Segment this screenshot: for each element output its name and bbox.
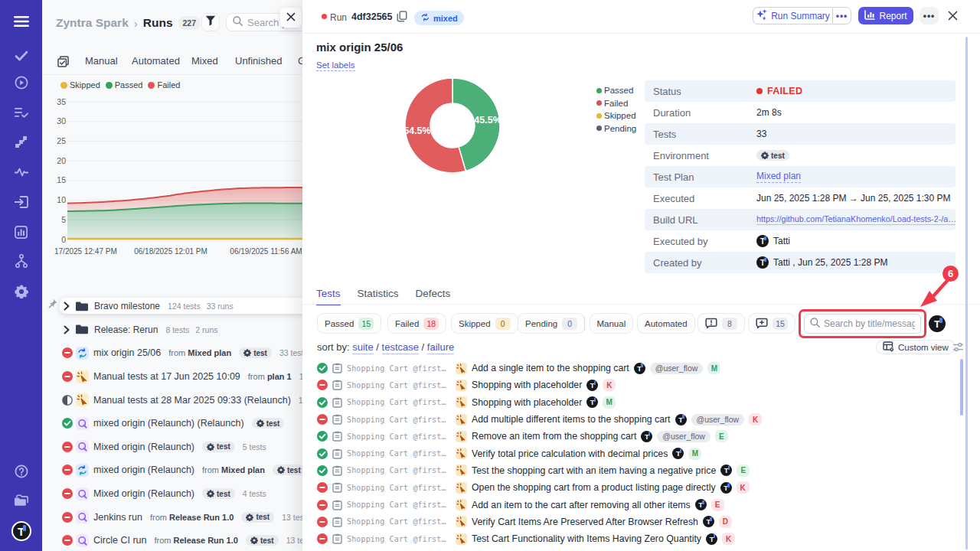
- sidebar-user-avatar[interactable]: T: [0, 516, 42, 546]
- runs-tab-automated[interactable]: Automated: [132, 55, 180, 67]
- test-row[interactable]: Shopping Cart @first…Add multiple differ…: [317, 411, 762, 428]
- run-row-title[interactable]: mixed origin (Relaunch): [93, 465, 194, 475]
- test-title[interactable]: Test the shopping cart with an item havi…: [472, 465, 716, 476]
- nav-steps-button[interactable]: [0, 127, 42, 158]
- build-url-link[interactable]: https://github.com/TetianaKhomenko/Load-…: [756, 214, 956, 225]
- run-row-title[interactable]: mix origin 25/06: [93, 347, 161, 358]
- runs-tab-mixed[interactable]: Mixed: [191, 55, 218, 67]
- test-plan-link[interactable]: Mixed plan: [756, 171, 801, 183]
- nav-list-check-button[interactable]: [0, 97, 42, 128]
- sort-link-suite[interactable]: suite: [352, 341, 373, 354]
- sort-link-testcase[interactable]: testcase: [382, 341, 419, 354]
- detail-row-build-url: Build URLhttps://github.com/TetianaKhome…: [645, 209, 956, 230]
- nav-pulse-button[interactable]: [0, 157, 42, 187]
- run-row-title[interactable]: Jenkins run: [93, 512, 142, 523]
- test-title[interactable]: Test Cart Functionality with Items Havin…: [472, 533, 701, 544]
- test-title[interactable]: Shopping with placeholder: [472, 380, 582, 390]
- report-button[interactable]: Report: [858, 7, 913, 24]
- test-title[interactable]: Open the shopping cart from a product li…: [472, 482, 716, 493]
- filter-chip-comment-plus[interactable]: 15: [748, 313, 795, 334]
- test-row[interactable]: Shopping Cart @first…Open the shopping c…: [317, 479, 750, 496]
- donut-legend-passed[interactable]: Passed: [596, 86, 636, 95]
- run-row-title[interactable]: Manual tests at 28 Mar 2025 09:33 (Relau…: [93, 395, 291, 406]
- donut-legend-pending[interactable]: Pending: [596, 124, 636, 133]
- filter-chip-failed[interactable]: Failed18: [387, 313, 446, 334]
- tests-scrollbar-thumb[interactable]: [960, 359, 963, 416]
- tabs-divider: [302, 304, 980, 305]
- filter-chip-comment-exclamation[interactable]: 8: [697, 313, 745, 334]
- nav-help-circle-button[interactable]: [0, 456, 42, 487]
- test-status-failed-icon: [317, 380, 328, 390]
- select-all-icon[interactable]: [57, 56, 69, 70]
- test-row[interactable]: Shopping Cart @first…Test Cart Functiona…: [317, 530, 735, 547]
- expand-chevron-icon[interactable]: [64, 325, 70, 334]
- run-row-title[interactable]: Mixed origin (Relaunch): [93, 488, 194, 499]
- test-row[interactable]: Shopping Cart @first…Shopping with place…: [317, 394, 616, 411]
- custom-view-button[interactable]: Custom view: [876, 340, 956, 354]
- test-row[interactable]: Shopping Cart @first…Add a single item t…: [317, 360, 720, 377]
- filter-button[interactable]: [201, 13, 220, 31]
- test-title[interactable]: Verify Cart Items Are Preserved After Br…: [472, 517, 698, 527]
- run-row-title[interactable]: mixed origin (Relaunch) (Relaunch): [93, 418, 244, 429]
- run-id: 4df32565: [351, 11, 393, 22]
- test-title[interactable]: Add multiple different items to the shop…: [472, 414, 671, 425]
- filters-divider: [584, 317, 585, 331]
- nav-login-box-button[interactable]: [0, 187, 42, 217]
- test-title[interactable]: Verify total price calculation with deci…: [472, 448, 668, 459]
- nav-checkmark-button[interactable]: [0, 41, 42, 71]
- nav-bar-chart-button[interactable]: [0, 217, 42, 247]
- run-summary-button[interactable]: Run Summary: [753, 7, 832, 24]
- nav-git-branch-button[interactable]: [0, 246, 42, 276]
- nav-play-circle-button[interactable]: [0, 67, 42, 98]
- donut-legend-failed[interactable]: Failed: [596, 99, 636, 108]
- test-title[interactable]: Add an item to the cart after removing a…: [472, 500, 691, 510]
- filter-chip-automated[interactable]: Automated: [637, 313, 695, 334]
- drawer-close-icon[interactable]: [948, 10, 958, 24]
- filter-chip-manual[interactable]: Manual: [590, 313, 634, 334]
- legend-dot: [596, 88, 602, 93]
- breadcrumb-app[interactable]: Zyntra Spark: [56, 16, 129, 30]
- donut-legend-skipped[interactable]: Skipped: [596, 111, 636, 120]
- filter-chip-passed[interactable]: Passed15: [317, 313, 381, 334]
- sliders-icon[interactable]: [952, 341, 964, 355]
- test-row[interactable]: Shopping Cart @first…Test the shopping c…: [317, 462, 750, 479]
- run-type-automated-icon: [76, 510, 89, 523]
- test-letter-badge: M: [688, 448, 701, 460]
- copy-icon[interactable]: [397, 11, 407, 25]
- run-row-title[interactable]: Manual tests at 17 Jun 2025 10:09: [93, 371, 240, 382]
- more-actions-button[interactable]: •••: [920, 7, 939, 24]
- run-status-dot: [322, 14, 327, 19]
- filter-chip-pending[interactable]: Pending0: [518, 313, 585, 334]
- run-row-title[interactable]: Mixed origin (Relaunch): [93, 442, 194, 452]
- close-search-button[interactable]: [280, 8, 302, 28]
- test-row[interactable]: Shopping Cart @first…Add an item to the …: [317, 496, 724, 513]
- svg-text:15: 15: [57, 175, 66, 184]
- manual-test-icon: [456, 363, 467, 374]
- nav-folders-button[interactable]: [0, 485, 42, 516]
- drawer-tab-defects[interactable]: Defects: [416, 288, 451, 305]
- drawer-tab-tests[interactable]: Tests: [316, 288, 341, 305]
- nav-hamburger-menu-button[interactable]: [0, 6, 42, 37]
- runs-tab-unfinished[interactable]: Unfinished: [235, 55, 282, 67]
- runs-tab-manual[interactable]: Manual: [85, 55, 118, 67]
- test-row[interactable]: Shopping Cart @first…Remove an item from…: [317, 428, 728, 445]
- filter-chip-skipped[interactable]: Skipped0: [451, 313, 518, 334]
- drawer-tab-statistics[interactable]: Statistics: [358, 288, 399, 305]
- run-row-title[interactable]: Circle CI run: [93, 535, 146, 546]
- test-title[interactable]: Remove an item from the shopping cart: [472, 431, 636, 442]
- test-row[interactable]: Shopping Cart @first…Verify Cart Items A…: [317, 514, 732, 530]
- sort-link-failure[interactable]: failure: [427, 341, 454, 354]
- run-type-manual-icon: [76, 370, 89, 383]
- test-status-failed-icon: [317, 533, 328, 544]
- nav-gear-button[interactable]: [0, 276, 42, 307]
- run-summary-more-button[interactable]: •••: [832, 7, 851, 24]
- test-title[interactable]: Add a single item to the shopping cart: [472, 363, 629, 373]
- user-avatar[interactable]: T: [929, 315, 946, 332]
- detail-label: Build URL: [645, 214, 756, 226]
- expand-chevron-icon[interactable]: [64, 302, 70, 311]
- drawer-scrollbar[interactable]: [965, 37, 968, 549]
- test-title[interactable]: Shopping with placeholder: [472, 397, 582, 408]
- test-row[interactable]: Shopping Cart @first…Shopping with place…: [317, 377, 616, 393]
- set-labels-link[interactable]: Set labels: [316, 60, 355, 71]
- test-row[interactable]: Shopping Cart @first…Verify total price …: [317, 445, 701, 462]
